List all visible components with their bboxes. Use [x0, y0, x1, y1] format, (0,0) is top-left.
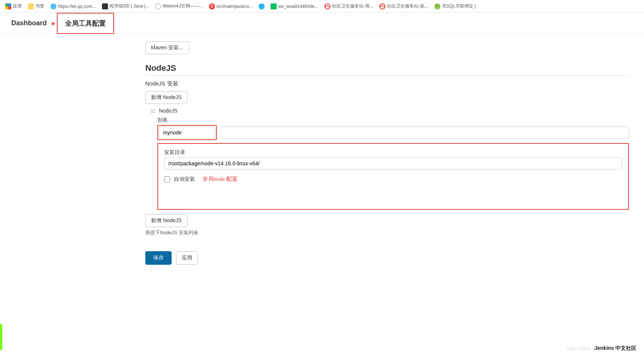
installdir-highlight: 安装目录 自动安装 全局node 配置 — [157, 143, 629, 210]
bookmark-label: Weixin4J官网——... — [163, 3, 202, 9]
nodejs-list-help: 系统下NodeJS 安装列表 — [145, 229, 629, 236]
maven-install-button[interactable]: Maven 安装... — [145, 41, 189, 54]
alias-label: 别名 — [157, 117, 629, 124]
apply-button[interactable]: 应用 — [176, 251, 198, 265]
add-nodejs-button-2[interactable]: 新增 NodeJS — [145, 214, 187, 227]
site-icon — [434, 3, 440, 9]
bookmark-label: 社区卫生服务站-用... — [332, 3, 373, 9]
bookmark-label: 无SQL关联绑定 | — [442, 3, 476, 9]
bookmark-label: 书签 — [35, 3, 44, 9]
add-nodejs-button[interactable]: 新增 NodeJS — [145, 91, 187, 104]
drag-handle-icon[interactable] — [151, 109, 155, 113]
wechat-icon — [271, 3, 277, 9]
bookmark-label: src/main/java/co... — [216, 4, 253, 9]
apps-icon — [5, 3, 11, 9]
bookmark-hs2[interactable]: PIU社区卫生服务站-医... — [378, 2, 430, 10]
bookmark-bar: 应用 书签 https://ke.qq.com... 程序猿DD | Java … — [0, 0, 644, 13]
auto-install-checkbox[interactable] — [164, 176, 170, 182]
installdir-input[interactable] — [164, 157, 622, 169]
chevron-right-icon: ▶ — [52, 21, 55, 26]
site-icon: G — [209, 3, 215, 9]
nodejs-section-title: NodeJS — [145, 63, 629, 73]
breadcrumb-dashboard[interactable]: Dashboard — [8, 19, 50, 27]
site-icon — [259, 3, 265, 9]
annotation-text: 全局node 配置 — [202, 175, 238, 183]
main-content: Maven 安装... NodeJS NodeJS 安装 新增 NodeJS N… — [0, 34, 644, 272]
bookmark-keqq[interactable]: https://ke.qq.com... — [49, 3, 97, 10]
bookmark-label: https://ke.qq.com... — [58, 4, 96, 9]
bookmark-label: 程序猿DD | Java |... — [110, 3, 149, 9]
bookmark-label: wx_wxa9144934e... — [278, 4, 318, 9]
action-row: 保存 应用 — [145, 251, 629, 265]
nodejs-install-label: NodeJS 安装 — [145, 80, 629, 87]
globe-icon — [155, 3, 161, 9]
bookmark-label: 应用 — [13, 3, 22, 9]
folder-icon — [28, 3, 34, 9]
bookmark-weixin4j[interactable]: Weixin4J官网——... — [154, 2, 204, 10]
installdir-label: 安装目录 — [164, 149, 622, 156]
bookmark-hs1[interactable]: PIU社区卫生服务站-用... — [323, 2, 375, 10]
alias-input-ext[interactable] — [221, 127, 629, 139]
bookmark-folder[interactable]: 书签 — [26, 2, 46, 10]
bookmark-wave[interactable] — [257, 3, 266, 10]
auto-install-label: 自动安装 — [174, 176, 195, 183]
breadcrumb-global-tool-config[interactable]: 全局工具配置 — [65, 20, 106, 27]
bookmark-label: 社区卫生服务站-医... — [387, 3, 428, 9]
divider — [145, 75, 629, 76]
nodejs-block: NodeJS 别名 安装目录 自动安装 全局node 配置 — [151, 108, 629, 210]
site-icon: PIU — [324, 3, 330, 9]
breadcrumb: Dashboard ▶ 全局工具配置 — [0, 13, 644, 34]
site-icon — [50, 3, 56, 9]
nodejs-block-title: NodeJS — [159, 108, 178, 114]
alias-input[interactable] — [159, 127, 215, 139]
bookmark-wx[interactable]: wx_wxa9144934e... — [269, 3, 320, 10]
alias-highlight — [157, 125, 217, 140]
site-icon: PIU — [379, 3, 385, 9]
site-icon — [102, 3, 108, 9]
bookmark-apps[interactable]: 应用 — [4, 2, 23, 10]
breadcrumb-highlight: 全局工具配置 — [57, 13, 114, 34]
bookmark-nosql[interactable]: 无SQL关联绑定 | — [433, 2, 477, 10]
bookmark-dd[interactable]: 程序猿DD | Java |... — [100, 2, 151, 10]
bookmark-srcmain[interactable]: Gsrc/main/java/co... — [207, 3, 254, 10]
save-button[interactable]: 保存 — [145, 251, 172, 265]
